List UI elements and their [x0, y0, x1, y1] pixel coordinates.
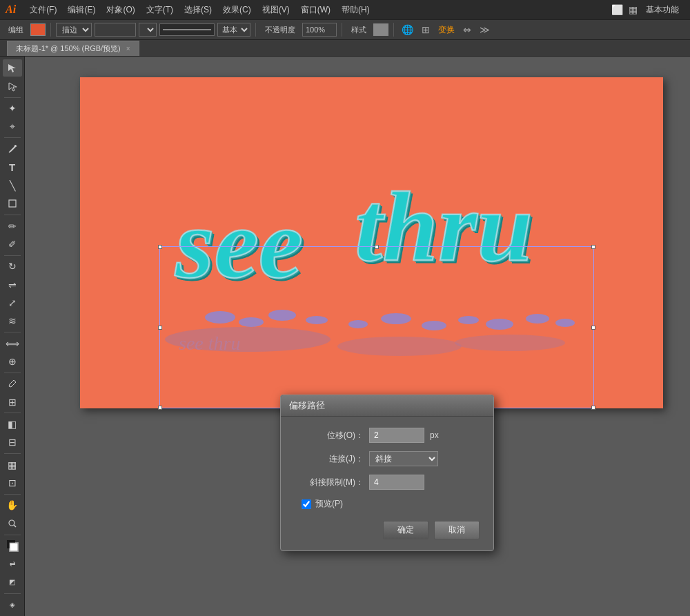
- tool-slice[interactable]: ⊡: [3, 474, 22, 491]
- offset-input[interactable]: [369, 428, 424, 443]
- offset-label: 位移(O)：: [295, 430, 364, 441]
- svg-rect-7: [10, 543, 18, 551]
- flip-icon[interactable]: ⇔: [460, 24, 474, 35]
- tool-sep-5: [4, 332, 21, 332]
- menu-view[interactable]: 视图(V): [257, 1, 295, 19]
- tool-zoom[interactable]: [3, 515, 22, 532]
- tool-mirror[interactable]: ⇌: [3, 276, 22, 293]
- left-toolbar: ✦ ⌖ T ╲ ✏ ✐ ↻ ⇌ ⤢ ≋ ⟺ ⊕ ⊞ ◧ ⊟ ▦ ⊡ ✋: [0, 57, 25, 616]
- offset-unit: px: [430, 430, 439, 440]
- tool-hand[interactable]: ✋: [3, 497, 22, 514]
- workspace-label[interactable]: 基本功能: [640, 1, 684, 19]
- tool-lasso[interactable]: ⌖: [3, 118, 22, 135]
- miter-row: 斜接限制(M)：: [295, 475, 480, 490]
- tool-rect[interactable]: [3, 195, 22, 212]
- svg-point-29: [458, 316, 479, 324]
- svg-rect-1: [9, 200, 16, 207]
- tool-swap[interactable]: ⇄: [3, 555, 22, 573]
- tool-gradient[interactable]: ◧: [3, 415, 22, 433]
- miter-input[interactable]: [369, 475, 424, 490]
- tool-graph[interactable]: ▦: [3, 456, 22, 473]
- line-style-dropdown[interactable]: 基本: [217, 23, 250, 37]
- transform-button[interactable]: 变换: [435, 23, 457, 37]
- tool-line[interactable]: ╲: [3, 177, 22, 194]
- tool-change-mode[interactable]: ◈: [3, 596, 22, 613]
- edit-mode-label: 编组: [4, 23, 28, 37]
- tool-direct-select[interactable]: [3, 77, 22, 95]
- preview-row: 预览(P): [295, 498, 480, 510]
- tool-measure[interactable]: ⊞: [3, 393, 22, 410]
- tool-sep-9: [4, 494, 21, 495]
- toolbar-sep-1: [50, 23, 51, 37]
- text-art: see thru see thru see thru see thru see …: [80, 77, 663, 408]
- globe-icon[interactable]: 🌐: [399, 24, 416, 35]
- dialog-body: 位移(O)： px 连接(J)： 斜接 圆角 斜切 斜接限制(M)：: [281, 417, 493, 550]
- tool-pen[interactable]: [3, 140, 22, 157]
- tool-select[interactable]: [3, 59, 22, 77]
- tool-rotate[interactable]: ↻: [3, 258, 22, 275]
- svg-text:thru: thru: [355, 171, 533, 281]
- tab-close-btn[interactable]: ×: [126, 45, 130, 52]
- main-area: ✦ ⌖ T ╲ ✏ ✐ ↻ ⇌ ⤢ ≋ ⟺ ⊕ ⊞ ◧ ⊟ ▦ ⊡ ✋: [0, 57, 690, 616]
- ok-button[interactable]: 确定: [383, 521, 428, 539]
- document-tab[interactable]: 未标题-1* @ 150% (RGB/预览) ×: [7, 41, 139, 56]
- miter-label: 斜接限制(M)：: [295, 477, 364, 488]
- stroke-type-select[interactable]: 描边: [56, 23, 92, 37]
- tool-warp[interactable]: ≋: [3, 312, 22, 330]
- tool-scale[interactable]: ⤢: [3, 294, 22, 311]
- fill-color-swatch[interactable]: [30, 23, 46, 36]
- menu-edit[interactable]: 编辑(E): [62, 1, 101, 19]
- dialog-title-text: 偏移路径: [289, 400, 325, 410]
- tool-blend[interactable]: ⊕: [3, 352, 22, 370]
- svg-point-24: [268, 310, 296, 321]
- tool-paintbrush[interactable]: ✏: [3, 217, 22, 235]
- svg-point-30: [486, 319, 513, 330]
- tool-fill-color[interactable]: [3, 537, 22, 554]
- tool-mesh[interactable]: ⊟: [3, 434, 22, 451]
- menu-effect[interactable]: 效果(C): [217, 1, 257, 19]
- join-row: 连接(J)： 斜接 圆角 斜切: [295, 451, 480, 466]
- menu-object[interactable]: 对象(O): [101, 1, 140, 19]
- more-icon[interactable]: ≫: [477, 24, 493, 35]
- style-swatch[interactable]: [373, 23, 388, 36]
- menu-help[interactable]: 帮助(H): [336, 1, 375, 19]
- tool-type[interactable]: T: [3, 159, 22, 176]
- align-icon[interactable]: ⊞: [419, 24, 433, 35]
- tool-sep-3: [4, 215, 21, 215]
- grid-icon[interactable]: ▦: [626, 4, 640, 15]
- menu-text[interactable]: 文字(T): [141, 1, 179, 19]
- tool-width[interactable]: ⟺: [3, 335, 22, 352]
- dialog-title-bar: 偏移路径: [281, 395, 493, 417]
- tool-sep-7: [4, 413, 21, 413]
- menu-window[interactable]: 窗口(W): [295, 1, 336, 19]
- join-select[interactable]: 斜接 圆角 斜切: [369, 451, 438, 466]
- svg-point-31: [526, 314, 549, 324]
- svg-point-28: [422, 321, 446, 330]
- offset-row: 位移(O)： px: [295, 428, 480, 443]
- preview-checkbox[interactable]: [302, 499, 311, 509]
- menu-select[interactable]: 选择(S): [179, 1, 217, 19]
- menu-file[interactable]: 文件(F): [24, 1, 62, 19]
- app-logo: Ai: [6, 3, 16, 16]
- tool-eyedropper[interactable]: [3, 375, 22, 393]
- tool-sep-4: [4, 255, 21, 256]
- stroke-preview: [159, 23, 215, 36]
- tool-magic-wand[interactable]: ✦: [3, 100, 22, 117]
- cancel-button[interactable]: 取消: [434, 521, 480, 539]
- canvas-area[interactable]: see thru see thru see thru see thru see …: [25, 57, 690, 616]
- tool-sep-11: [4, 593, 21, 594]
- stroke-dropdown[interactable]: [139, 23, 157, 37]
- join-label: 连接(J)：: [295, 453, 364, 465]
- artboard: see thru see thru see thru see thru see …: [80, 77, 663, 408]
- opacity-input[interactable]: [302, 23, 337, 37]
- screen-mode-icon[interactable]: ⬜: [609, 4, 626, 15]
- tool-sep-1: [4, 97, 21, 98]
- tool-default-colors[interactable]: ◩: [3, 573, 22, 590]
- tool-pencil[interactable]: ✐: [3, 235, 22, 252]
- opacity-label: 不透明度: [261, 23, 299, 37]
- tab-bar: 未标题-1* @ 150% (RGB/预览) ×: [0, 40, 690, 57]
- stroke-value-input[interactable]: [95, 23, 136, 37]
- style-label: 样式: [347, 23, 371, 37]
- svg-point-23: [239, 317, 264, 327]
- toolbar-sep-4: [393, 23, 394, 37]
